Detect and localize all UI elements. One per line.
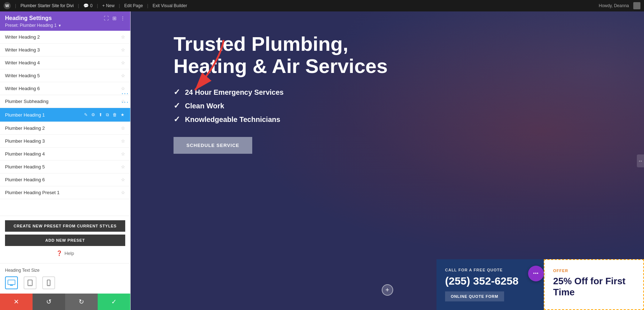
settings-icon[interactable]: ⚙ — [91, 112, 96, 118]
resize-handle[interactable]: ↔ — [637, 154, 644, 167]
comment-number: 0 — [90, 3, 93, 8]
list-item[interactable]: Plumber Heading 2 ☆ — [0, 122, 130, 135]
preset-label[interactable]: Preset: Plumber Heading 1 ▼ — [5, 23, 125, 31]
maximize-icon[interactable]: ⛶ — [104, 15, 109, 21]
admin-separator-4: | — [119, 3, 120, 8]
list-item[interactable]: Writer Heading 4 ☆ — [0, 56, 130, 69]
edit-page-link[interactable]: Edit Page — [124, 3, 143, 8]
list-item[interactable]: Plumber Heading 5 ☆ — [0, 161, 130, 173]
layout-icon[interactable]: ⊞ — [112, 15, 117, 21]
star-icon[interactable]: ☆ — [121, 164, 125, 169]
add-preset-button[interactable]: ADD NEW PRESET — [5, 235, 125, 246]
quote-card-label: CALL FOR A FREE QUOTE — [445, 268, 535, 272]
feature-text-3: Knowledgeable Technicians — [185, 115, 280, 124]
add-section-button[interactable]: + — [382, 284, 393, 296]
svg-rect-1 — [10, 285, 13, 286]
bottom-buttons: CREATE NEW PRESET FROM CURRENT STYLES AD… — [0, 216, 130, 263]
star-icon[interactable]: ☆ — [121, 190, 125, 195]
feature-item: ✓ Clean Work — [174, 101, 608, 110]
undo-icon: ↺ — [46, 298, 52, 306]
star-icon[interactable]: ☆ — [121, 138, 125, 144]
item-label: Plumber Heading 3 — [5, 138, 121, 144]
item-label: Plumber Heading 2 — [5, 126, 121, 131]
list-item[interactable]: Plumber Heading Preset 1 ☆ — [0, 186, 130, 199]
wp-logo-icon[interactable]: W — [4, 2, 11, 9]
quote-card-phone: (255) 352-6258 — [445, 275, 535, 287]
chat-button[interactable]: ••• — [528, 266, 544, 281]
help-row[interactable]: ❓ Help — [5, 249, 125, 259]
online-quote-button[interactable]: ONLINE QUOTE FORM — [445, 291, 504, 301]
preset-list: Writer Heading 2 ☆ Writer Heading 3 ☆ Wr… — [0, 31, 130, 216]
item-label: Writer Heading 4 — [5, 60, 121, 65]
list-item[interactable]: Plumber Heading 4 ☆ — [0, 148, 130, 161]
check-icon-3: ✓ — [174, 115, 180, 124]
edit-icon[interactable]: ✎ — [83, 112, 88, 118]
item-actions: ✎ ⚙ ⬆ ⧉ 🗑 ★ — [83, 112, 125, 118]
right-content: Trusted Plumbing, Heating & Air Services… — [131, 11, 644, 310]
offer-label: OFFER — [553, 269, 635, 273]
tablet-icon[interactable] — [24, 276, 36, 289]
panel-menu-icon[interactable]: ⋮ — [120, 15, 125, 21]
mobile-icon[interactable] — [42, 276, 55, 289]
item-label: Writer Heading 3 — [5, 47, 121, 53]
device-icons — [5, 276, 125, 289]
item-label: Plumber Heading Preset 1 — [5, 190, 121, 195]
star-icon[interactable]: ☆ — [121, 151, 125, 157]
svg-point-4 — [30, 285, 30, 285]
list-item[interactable]: Plumber Heading 6 ☆ — [0, 173, 130, 186]
save-icon: ✓ — [111, 298, 117, 306]
save-button[interactable]: ✓ — [98, 294, 130, 310]
active-preset-item[interactable]: Plumber Heading 1 ✎ ⚙ ⬆ ⧉ 🗑 ★ — [0, 108, 130, 122]
offer-card: OFFER 25% Off for First Time — [544, 259, 644, 310]
list-item[interactable]: Writer Heading 5 ☆ — [0, 69, 130, 82]
left-panel: Heading Settings ⛶ ⊞ ⋮ Preset: Plumber H… — [0, 11, 131, 310]
help-icon: ❓ — [56, 250, 62, 256]
star-icon[interactable]: ☆ — [121, 47, 125, 53]
list-item[interactable]: Plumber Heading 3 ☆ — [0, 135, 130, 148]
quote-card: CALL FOR A FREE QUOTE (255) 352-6258 ONL… — [436, 259, 544, 310]
list-item[interactable]: Writer Heading 2 ☆ — [0, 31, 130, 44]
desktop-icon[interactable] — [5, 276, 18, 289]
star-icon[interactable]: ☆ — [121, 177, 125, 182]
undo-button[interactable]: ↺ — [33, 294, 65, 310]
user-avatar[interactable] — [633, 2, 640, 9]
duplicate-icon[interactable]: ⧉ — [105, 112, 110, 118]
context-dots: ⋮⋮⋮ — [121, 90, 130, 116]
item-label: Plumber Subheading — [5, 99, 121, 104]
create-preset-button[interactable]: CREATE NEW PRESET FROM CURRENT STYLES — [5, 220, 125, 232]
list-item[interactable]: Plumber Subheading ☆ — [0, 95, 130, 108]
heading-size-label: Heading Text Size — [5, 268, 125, 273]
list-item[interactable]: Writer Heading 3 ☆ — [0, 44, 130, 56]
redo-icon: ↻ — [79, 298, 84, 306]
feature-text-1: 24 Hour Emergency Services — [185, 88, 284, 97]
export-icon[interactable]: ⬆ — [98, 112, 103, 118]
new-link[interactable]: + New — [102, 3, 114, 8]
hero-features: ✓ 24 Hour Emergency Services ✓ Clean Wor… — [174, 88, 608, 124]
list-item[interactable]: Writer Heading 6 ☆ — [0, 82, 130, 95]
admin-bar: W | Plumber Starter Site for Divi | 💬 0 … — [0, 0, 644, 11]
svg-rect-2 — [9, 285, 14, 285]
redo-button[interactable]: ↻ — [65, 294, 98, 310]
admin-separator-1: | — [15, 3, 16, 8]
item-label: Writer Heading 6 — [5, 86, 121, 91]
star-icon[interactable]: ☆ — [121, 126, 125, 131]
schedule-service-button[interactable]: SCHEDULE SERVICE — [174, 137, 252, 154]
star-icon[interactable]: ☆ — [121, 73, 125, 78]
cancel-button[interactable]: ✕ — [0, 294, 33, 310]
comment-count[interactable]: 💬 0 — [83, 3, 93, 8]
delete-icon[interactable]: 🗑 — [112, 112, 118, 118]
active-item-label: Plumber Heading 1 — [5, 112, 83, 118]
admin-separator-5: | — [147, 3, 148, 8]
site-name[interactable]: Plumber Starter Site for Divi — [20, 3, 74, 8]
admin-separator-2: | — [78, 3, 79, 8]
bottom-action-bar: ✕ ↺ ↻ ✓ — [0, 294, 130, 310]
item-label: Writer Heading 2 — [5, 34, 121, 40]
exit-builder-link[interactable]: Exit Visual Builder — [152, 3, 187, 8]
check-icon-2: ✓ — [174, 101, 180, 110]
star-icon[interactable]: ☆ — [121, 60, 125, 65]
item-label: Plumber Heading 6 — [5, 177, 121, 182]
cancel-icon: ✕ — [14, 298, 19, 306]
plus-icon: + — [102, 3, 105, 8]
panel-title: Heading Settings — [5, 15, 52, 21]
star-icon[interactable]: ☆ — [121, 34, 125, 40]
